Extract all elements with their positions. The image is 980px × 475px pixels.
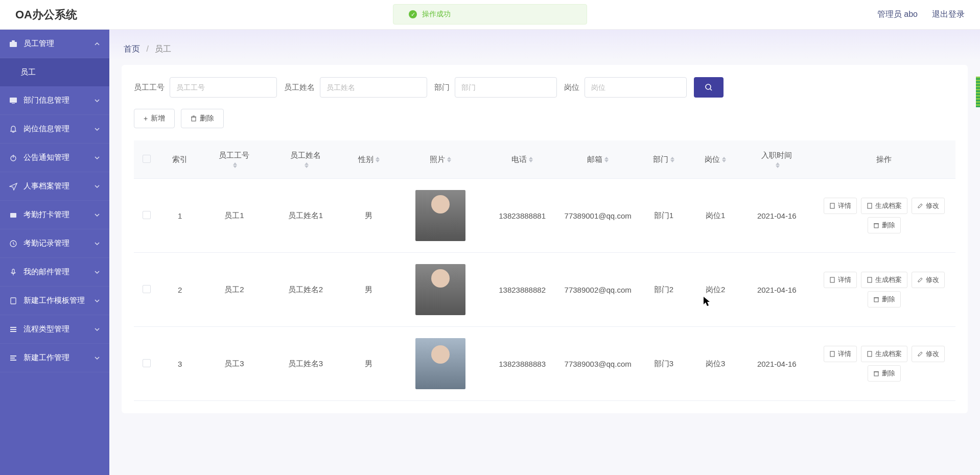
svg-rect-23 [868,203,872,208]
row-checkbox[interactable] [143,359,151,367]
generate-archive-button[interactable]: 生成档案 [861,272,907,288]
svg-rect-11 [10,327,16,328]
table-row: 3 员工3 员工姓名3 男 13823888883 77389003@qq.co… [134,327,955,401]
sidebar-item-department[interactable]: 部门信息管理 [0,86,109,115]
sidebar-item-template[interactable]: 新建工作模板管理 [0,287,109,315]
trash-icon [191,115,197,122]
filter-input-empname[interactable] [320,77,427,98]
breadcrumb-home[interactable]: 首页 [124,44,140,53]
logout-link[interactable]: 退出登录 [932,9,965,20]
col-op: 操作 [812,140,955,179]
sidebar-item-new-work[interactable]: 新建工作管理 [0,344,109,372]
success-toast: ✓ 操作成功 [393,4,587,25]
col-pos[interactable]: 岗位 [690,140,741,179]
svg-rect-3 [12,103,15,104]
search-button[interactable] [694,77,724,98]
list-icon [9,325,17,334]
sidebar-item-flow-type[interactable]: 流程类型管理 [0,315,109,344]
sidebar-sub-employee[interactable]: 员工 [0,58,109,86]
add-button[interactable]: + 新增 [134,109,175,128]
col-phone[interactable]: 电话 [486,140,557,179]
detail-button[interactable]: 详情 [824,198,857,214]
right-accent-stripe [976,77,980,107]
svg-rect-12 [10,329,16,330]
trash-icon [873,222,879,228]
chevron-down-icon [94,212,100,218]
cell-empno: 员工3 [200,327,268,401]
sidebar-label: 新建工作管理 [24,353,69,363]
monitor-icon [9,97,17,105]
chevron-down-icon [94,126,100,132]
filter-input-dept[interactable] [455,77,557,98]
col-dept[interactable]: 部门 [638,140,690,179]
edit-button[interactable]: 修改 [912,272,945,288]
row-delete-button[interactable]: 删除 [868,217,901,233]
trash-icon [873,370,879,376]
main-content: 首页 / 员工 员工工号 员工姓名 部门 岗位 [109,30,980,475]
cell-index: 1 [159,179,200,253]
chevron-down-icon [94,355,100,361]
cell-gender: 男 [343,327,394,401]
select-all-checkbox[interactable] [143,155,151,163]
col-hire[interactable]: 入职时间 [741,140,812,179]
sidebar-label: 岗位信息管理 [24,124,69,134]
col-empname[interactable]: 员工姓名 [268,140,343,179]
sidebar-item-attendance[interactable]: 考勤打卡管理 [0,201,109,229]
row-checkbox[interactable] [143,285,151,293]
cell-index: 2 [159,253,200,327]
svg-rect-19 [192,117,196,121]
col-photo[interactable]: 照片 [394,140,486,179]
generate-archive-button[interactable]: 生成档案 [861,198,907,214]
row-checkbox[interactable] [143,211,151,219]
col-empno[interactable]: 员工工号 [200,140,268,179]
svg-rect-14 [10,355,16,357]
sidebar-label: 人事档案管理 [24,181,69,191]
filter-label-pos: 岗位 [564,83,579,92]
filter-label-dept: 部门 [434,83,450,92]
employee-photo [415,338,465,389]
col-gender[interactable]: 性别 [343,140,394,179]
delete-button[interactable]: 删除 [181,109,224,128]
sidebar-label: 考勤打卡管理 [24,210,69,220]
svg-point-17 [706,84,711,89]
svg-rect-31 [868,351,872,357]
trash-icon [873,296,879,302]
row-delete-button[interactable]: 删除 [868,291,901,307]
breadcrumb-current: 员工 [155,44,171,53]
breadcrumb-sep: / [146,44,148,53]
sidebar-item-announcement[interactable]: 公告通知管理 [0,144,109,172]
cell-ops: 详情 生成档案 修改 删除 [812,253,955,327]
check-circle-icon: ✓ [409,10,417,18]
sidebar-label: 考勤记录管理 [24,239,69,248]
filter-label-empno: 员工工号 [134,83,165,92]
cell-index: 3 [159,327,200,401]
svg-rect-6 [10,213,16,218]
doc-icon [9,297,17,305]
filter-input-empno[interactable] [170,77,277,98]
col-email[interactable]: 邮箱 [558,140,638,179]
sidebar-item-hr-archive[interactable]: 人事档案管理 [0,172,109,201]
detail-button[interactable]: 详情 [824,346,857,362]
sidebar-item-mail[interactable]: 我的邮件管理 [0,258,109,287]
chevron-down-icon [94,98,100,104]
sort-icon [305,162,309,168]
employee-table: 索引 员工工号 员工姓名 性别 照片 电话 邮箱 部门 岗位 入职时间 操作 1… [134,140,955,401]
edit-button[interactable]: 修改 [912,346,945,362]
sort-icon [529,157,533,162]
sidebar-item-position[interactable]: 岗位信息管理 [0,115,109,144]
filter-input-pos[interactable] [585,77,687,98]
table-row: 2 员工2 员工姓名2 男 13823888882 77389002@qq.co… [134,253,955,327]
chevron-down-icon [94,183,100,189]
edit-button[interactable]: 修改 [912,198,945,214]
doc-icon [867,277,873,283]
generate-archive-button[interactable]: 生成档案 [861,346,907,362]
sidebar-label: 我的邮件管理 [24,267,69,277]
cell-phone: 13823888882 [486,253,557,327]
detail-button[interactable]: 详情 [824,272,857,288]
current-user[interactable]: 管理员 abo [877,9,918,20]
row-delete-button[interactable]: 删除 [868,365,901,382]
plus-icon: + [144,114,148,123]
sidebar-item-employee[interactable]: 员工管理 [0,30,109,58]
sidebar-item-attendance-record[interactable]: 考勤记录管理 [0,229,109,258]
chevron-down-icon [94,241,100,247]
